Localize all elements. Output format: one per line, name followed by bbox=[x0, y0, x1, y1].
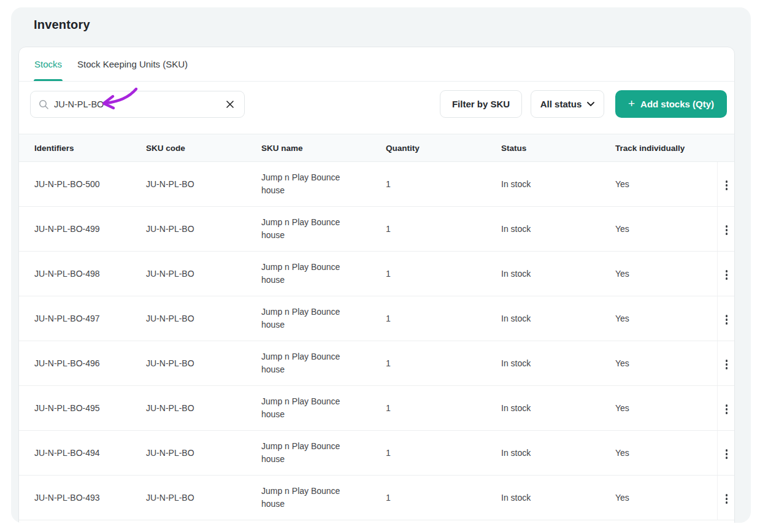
cell-identifier: JU-N-PL-BO-494 bbox=[19, 431, 146, 476]
tab-sku[interactable]: Stock Keeping Units (SKU) bbox=[77, 47, 188, 81]
cell-sku-name: Jump n Play Bounce house bbox=[261, 386, 386, 431]
column-header-track-individually: Track individually bbox=[615, 134, 717, 162]
cell-sku-name: Jump n Play Bounce house bbox=[261, 296, 386, 341]
cell-quantity: 1 bbox=[386, 431, 501, 476]
cell-sku-code: JU-N-PL-BO bbox=[146, 431, 261, 476]
tab-bar: Stocks Stock Keeping Units (SKU) bbox=[19, 47, 734, 82]
row-menu-button[interactable] bbox=[721, 266, 733, 283]
column-header-sku-name: SKU name bbox=[261, 134, 386, 162]
filter-by-sku-button[interactable]: Filter by SKU bbox=[440, 90, 522, 118]
cell-status: In stock bbox=[501, 431, 615, 476]
cell-identifier: JU-N-PL-BO-499 bbox=[19, 207, 146, 252]
cell-sku-code: JU-N-PL-BO bbox=[146, 252, 261, 296]
cell-sku-name: Jump n Play Bounce house bbox=[261, 341, 386, 386]
cell-status: In stock bbox=[501, 386, 615, 431]
main-panel: Inventory Stocks Stock Keeping Units (SK… bbox=[11, 7, 751, 523]
cell-sku-name: Jump n Play Bounce house bbox=[261, 207, 386, 252]
cell-actions bbox=[717, 386, 735, 431]
add-stocks-button[interactable]: + Add stocks (Qty) bbox=[615, 90, 727, 118]
table-header-row: IdentifiersSKU codeSKU nameQuantityStatu… bbox=[19, 134, 735, 162]
cell-sku-code: JU-N-PL-BO bbox=[146, 162, 261, 207]
column-header-actions bbox=[717, 134, 735, 162]
cell-track-individually: Yes bbox=[615, 431, 717, 476]
cell-actions bbox=[717, 252, 735, 296]
cell-actions bbox=[717, 476, 735, 520]
table-row: JU-N-PL-BO-493JU-N-PL-BOJump n Play Boun… bbox=[19, 476, 735, 520]
cell-identifier: JU-N-PL-BO-500 bbox=[19, 162, 146, 207]
cell-actions bbox=[717, 207, 735, 252]
column-header-quantity: Quantity bbox=[386, 134, 501, 162]
column-header-status: Status bbox=[501, 134, 615, 162]
cell-sku-code: JU-N-PL-BO bbox=[146, 296, 261, 341]
cell-sku-name: Jump n Play Bounce house bbox=[261, 252, 386, 296]
table-row: JU-N-PL-BO-500JU-N-PL-BOJump n Play Boun… bbox=[19, 162, 735, 207]
stocks-table: IdentifiersSKU codeSKU nameQuantityStatu… bbox=[19, 134, 735, 520]
tab-sku-label: Stock Keeping Units (SKU) bbox=[77, 59, 188, 69]
status-filter-label: All status bbox=[540, 99, 582, 109]
cell-sku-name: Jump n Play Bounce house bbox=[261, 476, 386, 520]
search-box bbox=[30, 91, 245, 118]
cell-track-individually: Yes bbox=[615, 252, 717, 296]
cell-actions bbox=[717, 341, 735, 386]
cell-sku-name: Jump n Play Bounce house bbox=[261, 162, 386, 207]
chevron-down-icon bbox=[587, 102, 594, 106]
cell-track-individually: Yes bbox=[615, 341, 717, 386]
screen: Inventory Stocks Stock Keeping Units (SK… bbox=[0, 0, 768, 532]
cell-track-individually: Yes bbox=[615, 476, 717, 520]
row-menu-button[interactable] bbox=[721, 311, 733, 328]
add-stocks-label: Add stocks (Qty) bbox=[640, 99, 714, 109]
row-menu-button[interactable] bbox=[721, 356, 733, 373]
active-tab-underline bbox=[34, 79, 63, 81]
cell-status: In stock bbox=[501, 252, 615, 296]
cell-quantity: 1 bbox=[386, 296, 501, 341]
row-menu-button[interactable] bbox=[721, 177, 733, 194]
table-row: JU-N-PL-BO-499JU-N-PL-BOJump n Play Boun… bbox=[19, 207, 735, 252]
cell-sku-code: JU-N-PL-BO bbox=[146, 341, 261, 386]
plus-icon: + bbox=[628, 97, 635, 110]
column-header-identifiers: Identifiers bbox=[19, 134, 146, 162]
kebab-menu-icon bbox=[726, 270, 728, 272]
close-icon bbox=[226, 100, 234, 109]
search-icon bbox=[39, 99, 48, 109]
cell-quantity: 1 bbox=[386, 386, 501, 431]
cell-actions bbox=[717, 162, 735, 207]
cell-identifier: JU-N-PL-BO-498 bbox=[19, 252, 146, 296]
cell-quantity: 1 bbox=[386, 207, 501, 252]
cell-identifier: JU-N-PL-BO-497 bbox=[19, 296, 146, 341]
cell-quantity: 1 bbox=[386, 252, 501, 296]
cell-sku-code: JU-N-PL-BO bbox=[146, 386, 261, 431]
cell-status: In stock bbox=[501, 162, 615, 207]
table-row: JU-N-PL-BO-494JU-N-PL-BOJump n Play Boun… bbox=[19, 431, 735, 476]
filter-by-sku-label: Filter by SKU bbox=[452, 99, 510, 109]
cell-track-individually: Yes bbox=[615, 207, 717, 252]
clear-search-button[interactable] bbox=[224, 98, 236, 110]
row-menu-button[interactable] bbox=[721, 401, 733, 418]
tab-stocks[interactable]: Stocks bbox=[34, 47, 63, 81]
search-input[interactable] bbox=[54, 99, 224, 109]
cell-status: In stock bbox=[501, 296, 615, 341]
row-menu-button[interactable] bbox=[721, 445, 733, 463]
cell-track-individually: Yes bbox=[615, 296, 717, 341]
controls-right: Filter by SKU All status + Add stocks (Q… bbox=[440, 90, 727, 118]
column-header-sku-code: SKU code bbox=[146, 134, 261, 162]
cell-sku-code: JU-N-PL-BO bbox=[146, 207, 261, 252]
kebab-menu-icon bbox=[726, 449, 728, 452]
row-menu-button[interactable] bbox=[721, 222, 733, 239]
cell-track-individually: Yes bbox=[615, 386, 717, 431]
cell-status: In stock bbox=[501, 476, 615, 520]
cell-status: In stock bbox=[501, 341, 615, 386]
kebab-menu-icon bbox=[726, 225, 728, 228]
tab-stocks-label: Stocks bbox=[34, 59, 62, 69]
cell-status: In stock bbox=[501, 207, 615, 252]
cell-identifier: JU-N-PL-BO-495 bbox=[19, 386, 146, 431]
table-row: JU-N-PL-BO-496JU-N-PL-BOJump n Play Boun… bbox=[19, 341, 735, 386]
cell-identifier: JU-N-PL-BO-493 bbox=[19, 476, 146, 520]
page-title: Inventory bbox=[34, 18, 90, 32]
status-filter-dropdown[interactable]: All status bbox=[531, 90, 604, 118]
row-menu-button[interactable] bbox=[721, 490, 733, 507]
table-row: JU-N-PL-BO-495JU-N-PL-BOJump n Play Boun… bbox=[19, 386, 735, 431]
kebab-menu-icon bbox=[726, 315, 728, 317]
cell-identifier: JU-N-PL-BO-496 bbox=[19, 341, 146, 386]
cell-sku-name: Jump n Play Bounce house bbox=[261, 431, 386, 476]
cell-actions bbox=[717, 431, 735, 476]
